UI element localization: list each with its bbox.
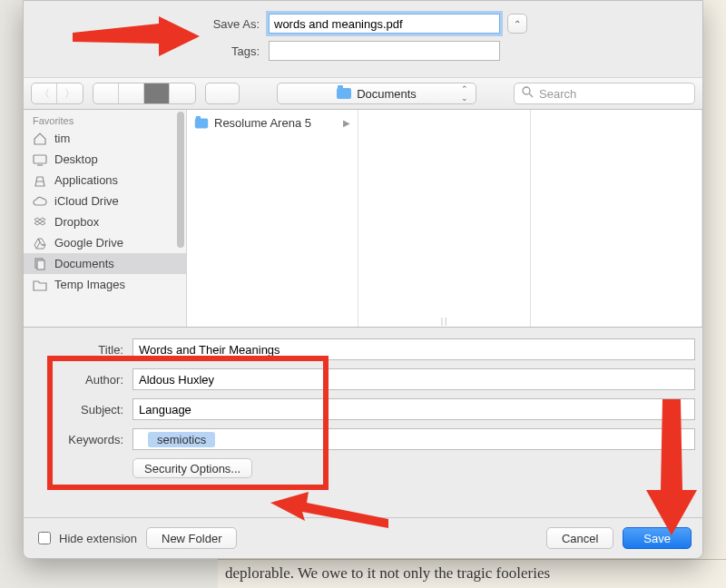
- folder-icon: [337, 88, 351, 99]
- chevron-left-icon: 〈: [39, 86, 50, 102]
- sidebar-item-applications[interactable]: Applications: [24, 170, 186, 191]
- folder-icon: [195, 118, 208, 128]
- new-folder-button[interactable]: New Folder: [146, 527, 237, 549]
- subject-input[interactable]: [132, 398, 695, 420]
- subject-label: Subject:: [31, 403, 132, 416]
- sidebar-item-documents[interactable]: Documents: [24, 253, 186, 274]
- sidebar-item-label: Applications: [54, 173, 118, 187]
- keywords-label: Keywords:: [31, 433, 132, 446]
- saveas-section: Save As: ⌃ Tags:: [24, 1, 702, 77]
- gdrive-icon: [33, 237, 47, 250]
- sidebar-item-icloud[interactable]: iCloud Drive: [24, 191, 186, 211]
- sidebar-item-label: Desktop: [54, 152, 98, 166]
- sidebar-item-label: Documents: [54, 257, 114, 270]
- popup-chevrons-icon: ⌃⌄: [461, 84, 468, 103]
- sidebar-item-desktop[interactable]: Desktop: [24, 149, 186, 170]
- keywords-input[interactable]: semiotics: [132, 428, 695, 450]
- cancel-button[interactable]: Cancel: [546, 527, 613, 549]
- search-icon: [522, 86, 534, 101]
- column-view: Resolume Arena 5 ▶ ||: [187, 110, 702, 327]
- search-placeholder: Search: [539, 87, 576, 101]
- author-label: Author:: [31, 373, 132, 387]
- svg-point-18: [523, 87, 530, 94]
- hide-extension-checkbox[interactable]: Hide extension: [34, 529, 137, 547]
- search-field[interactable]: Search: [514, 83, 695, 104]
- folder-icon: [33, 279, 47, 291]
- view-columns-button[interactable]: [144, 83, 170, 103]
- security-options-button[interactable]: Security Options...: [132, 458, 252, 478]
- sidebar-item-label: Dropbox: [54, 215, 99, 229]
- chevron-right-icon: 〉: [64, 86, 75, 102]
- folder-entry-label: Resolume Arena 5: [214, 116, 311, 130]
- cloud-icon: [33, 195, 47, 208]
- view-icons-button[interactable]: [93, 83, 119, 103]
- saveas-input[interactable]: [269, 14, 500, 34]
- save-button[interactable]: Save: [623, 527, 692, 549]
- chevron-right-icon: ▶: [343, 118, 350, 128]
- applications-icon: [33, 174, 47, 187]
- documents-icon: [33, 258, 47, 270]
- sidebar-header-favorites: Favorites: [24, 110, 186, 128]
- tags-input[interactable]: [269, 41, 500, 61]
- keyword-token[interactable]: semiotics: [148, 432, 215, 447]
- sidebar-item-label: Temp Images: [54, 278, 125, 291]
- view-coverflow-button[interactable]: [170, 83, 195, 103]
- hide-extension-checkbox-box[interactable]: [38, 532, 51, 544]
- nav-back-button[interactable]: 〈: [32, 83, 57, 103]
- sidebar-scrollbar[interactable]: [177, 112, 184, 248]
- dialog-bottom-bar: Hide extension New Folder Cancel Save: [24, 517, 702, 558]
- folder-entry-resolume[interactable]: Resolume Arena 5 ▶: [187, 113, 358, 132]
- home-icon: [33, 132, 47, 145]
- dropbox-icon: [33, 216, 47, 229]
- sidebar-item-label: iCloud Drive: [54, 194, 119, 208]
- nav-back-forward: 〈 〉: [31, 83, 83, 104]
- title-input[interactable]: [132, 338, 695, 360]
- sidebar-item-dropbox[interactable]: Dropbox: [24, 211, 186, 232]
- pdf-metadata-section: Title: Author: Subject: Keywords: semiot…: [24, 328, 702, 487]
- saveas-label: Save As:: [42, 17, 269, 31]
- svg-rect-24: [37, 260, 44, 270]
- location-label: Documents: [357, 87, 417, 101]
- svg-line-19: [529, 93, 533, 97]
- collapse-toggle-button[interactable]: ⌃: [507, 14, 527, 34]
- view-mode-segmented: [93, 83, 196, 104]
- chevron-up-icon: ⌃: [514, 19, 521, 29]
- svg-rect-20: [34, 155, 46, 163]
- sidebar-item-temp-images[interactable]: Temp Images: [24, 274, 186, 295]
- desktop-icon: [33, 153, 47, 166]
- tags-label: Tags:: [42, 44, 269, 58]
- sidebar-item-tim[interactable]: tim: [24, 128, 186, 149]
- view-list-button[interactable]: [119, 83, 144, 103]
- column-2[interactable]: [358, 110, 530, 327]
- sidebar-item-label: tim: [54, 132, 70, 145]
- save-dialog-sheet: Save As: ⌃ Tags: 〈 〉: [23, 0, 703, 559]
- column-3[interactable]: [531, 110, 702, 327]
- title-label: Title:: [31, 343, 132, 357]
- column-resize-handle-icon[interactable]: ||: [441, 317, 449, 326]
- sidebar-item-gdrive[interactable]: Google Drive: [24, 232, 186, 253]
- column-1[interactable]: Resolume Arena 5 ▶: [187, 110, 358, 327]
- file-browser: Favorites tim Desktop Applications iClou…: [24, 110, 702, 328]
- nav-forward-button[interactable]: 〉: [57, 83, 83, 103]
- author-input[interactable]: [132, 368, 695, 390]
- hide-extension-label: Hide extension: [59, 532, 137, 545]
- finder-toolbar: 〈 〉: [24, 77, 702, 110]
- sidebar: Favorites tim Desktop Applications iClou…: [24, 110, 187, 327]
- background-page-text: deplorable. We owe to it not only the tr…: [218, 559, 726, 588]
- location-popup[interactable]: Documents ⌃⌄: [277, 83, 476, 104]
- arrange-menu[interactable]: ▾: [205, 83, 240, 104]
- sidebar-item-label: Google Drive: [54, 236, 123, 250]
